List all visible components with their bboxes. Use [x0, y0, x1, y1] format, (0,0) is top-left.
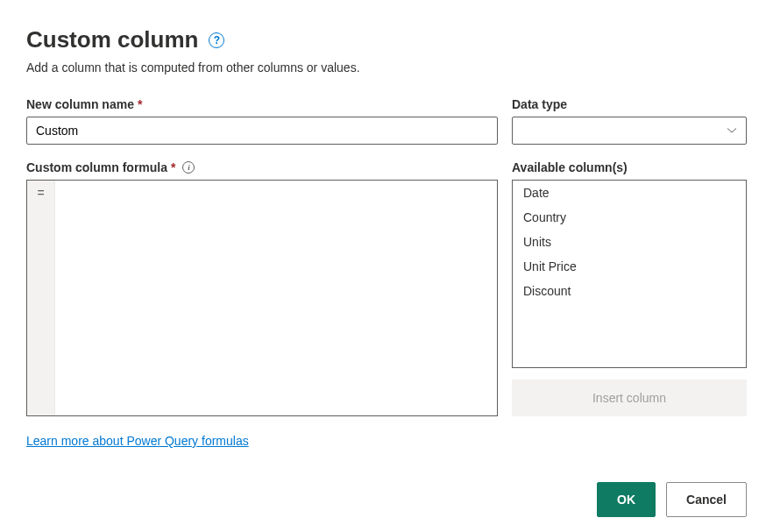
label-text: New column name — [26, 97, 134, 111]
help-icon[interactable]: ? — [209, 32, 224, 48]
column-item[interactable]: Date — [513, 181, 746, 205]
required-asterisk: * — [171, 160, 175, 174]
cancel-button[interactable]: Cancel — [666, 482, 747, 517]
label-text: Custom column formula — [26, 160, 167, 174]
formula-label: Custom column formula * i — [26, 160, 498, 174]
dialog-header: Custom column ? — [26, 26, 747, 53]
required-asterisk: * — [138, 97, 142, 111]
chevron-down-icon — [727, 125, 737, 136]
insert-column-button[interactable]: Insert column — [512, 379, 747, 416]
new-column-name-field: New column name * — [26, 97, 498, 145]
column-item[interactable]: Country — [513, 205, 746, 230]
learn-more-link[interactable]: Learn more about Power Query formulas — [26, 434, 249, 448]
custom-column-dialog: Custom column ? Add a column that is com… — [26, 26, 747, 517]
column-item[interactable]: Unit Price — [513, 254, 746, 279]
formula-editor[interactable] — [55, 181, 497, 415]
dialog-subtitle: Add a column that is computed from other… — [26, 60, 747, 74]
column-item[interactable]: Discount — [513, 279, 746, 303]
available-columns-field: Available column(s) Date Country Units U… — [512, 160, 747, 449]
new-column-name-label: New column name * — [26, 97, 498, 111]
formula-columns-row: Custom column formula * i = Learn more a… — [26, 160, 747, 449]
name-type-row: New column name * Data type — [26, 97, 747, 145]
data-type-label: Data type — [512, 97, 747, 111]
dialog-footer: OK Cancel — [26, 482, 747, 517]
data-type-field: Data type — [512, 97, 747, 145]
formula-gutter: = — [27, 181, 55, 415]
label-text: Available column(s) — [512, 160, 628, 174]
info-icon[interactable]: i — [182, 161, 195, 174]
label-text: Data type — [512, 97, 567, 111]
data-type-select[interactable] — [512, 117, 747, 145]
ok-button[interactable]: OK — [597, 482, 656, 517]
available-columns-list: Date Country Units Unit Price Discount — [512, 180, 747, 368]
formula-field: Custom column formula * i = Learn more a… — [26, 160, 498, 449]
new-column-name-input[interactable] — [26, 117, 498, 145]
column-item[interactable]: Units — [513, 230, 746, 254]
available-columns-label: Available column(s) — [512, 160, 747, 174]
formula-editor-box: = — [26, 180, 498, 416]
dialog-title: Custom column — [26, 26, 198, 53]
